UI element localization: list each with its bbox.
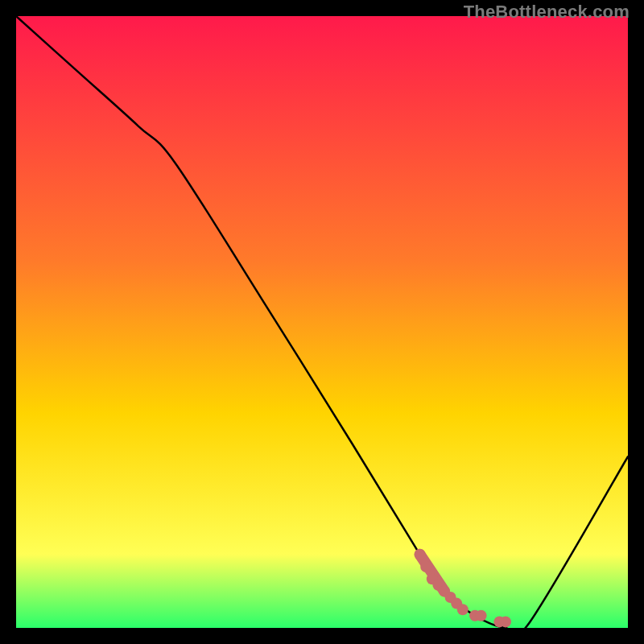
chart-plot bbox=[16, 16, 628, 628]
highlight-dot bbox=[420, 561, 431, 572]
highlight-dot bbox=[500, 616, 511, 627]
highlight-dot bbox=[415, 549, 426, 560]
highlight-dot bbox=[457, 604, 469, 615]
highlight-dot bbox=[476, 610, 487, 621]
watermark-text: TheBottleneck.com bbox=[464, 2, 630, 23]
gradient-background bbox=[16, 16, 628, 628]
chart-frame bbox=[16, 16, 628, 628]
